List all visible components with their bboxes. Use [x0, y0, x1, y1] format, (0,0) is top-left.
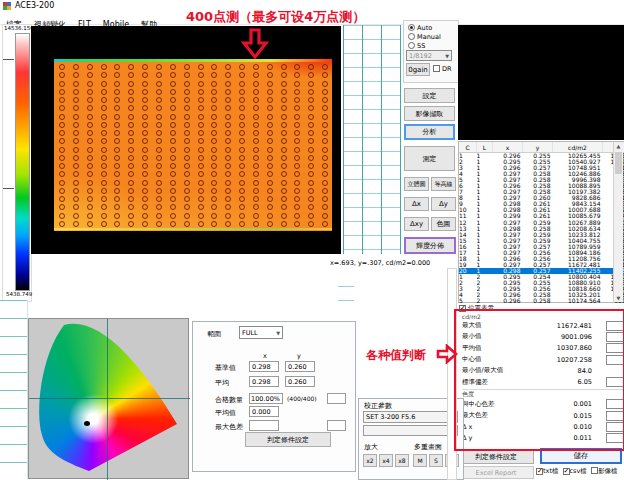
reference-label: 基準值 [215, 363, 236, 373]
measure-button[interactable]: 測定 [404, 146, 455, 171]
measurement-point [142, 72, 148, 78]
stat-label: 與中心色差 [462, 400, 534, 409]
dr-checkbox-box[interactable] [433, 65, 440, 72]
calibration-value-field: SET 3-200 F5.6 [363, 411, 458, 423]
measurement-point [294, 130, 300, 136]
zoom-x2-button[interactable]: x2 [363, 454, 377, 467]
measurement-point [87, 114, 93, 120]
measurement-table[interactable]: CLxycd/m2K110.2960.25510265.45510038210.… [458, 141, 624, 303]
delta-xy-button[interactable]: Δxy [404, 217, 429, 231]
measurement-point [101, 196, 107, 202]
measurement-point [294, 196, 300, 202]
measurement-point [239, 97, 245, 103]
camera-preview[interactable] [458, 25, 624, 140]
average-y-field[interactable]: 0.260 [285, 376, 315, 387]
pass-judge-box [327, 393, 346, 404]
radio-circle-icon[interactable] [408, 42, 415, 49]
reference-x-field[interactable]: 0.298 [249, 361, 279, 372]
measurement-point [156, 204, 162, 210]
analyze-button[interactable]: 分析 [404, 124, 455, 140]
measurement-point [59, 97, 65, 103]
shutter-select[interactable]: 1/8192▼ [406, 50, 452, 61]
save-check-csv檔[interactable]: csv檔 [563, 467, 589, 475]
measurement-point [101, 188, 107, 194]
radio-auto[interactable]: Auto [408, 24, 432, 32]
column-header-L[interactable]: L [477, 142, 493, 153]
measurement-point [128, 221, 134, 227]
measurement-point [267, 114, 273, 120]
save-button[interactable]: 儲存 [540, 448, 622, 464]
table-scrollbar[interactable]: ▲ ▼ [613, 142, 623, 302]
zoom-x4-button[interactable]: x4 [379, 454, 393, 467]
luminance-dist-button[interactable]: 輝度分佈 [404, 237, 456, 254]
measurement-point [156, 163, 162, 169]
measurement-point [198, 221, 204, 227]
colormap-button[interactable]: 色圖 [431, 217, 456, 231]
checkbox-icon[interactable] [536, 468, 543, 475]
measurement-point [211, 213, 217, 219]
average-x-field[interactable]: 0.298 [249, 376, 279, 387]
column-header-C[interactable]: C [459, 142, 477, 153]
stereo-view-button[interactable]: 立體圖 [404, 177, 429, 191]
dr-checkbox[interactable]: DR [433, 65, 452, 73]
measurement-point [239, 180, 245, 186]
settings-button[interactable]: 設定 [404, 88, 455, 103]
excel-report-button[interactable]: Excel Report [458, 466, 534, 479]
contour-button[interactable]: 等高線 [431, 177, 456, 191]
range-judge-condition-button[interactable]: 判定條件設定 [245, 432, 331, 447]
gain-button[interactable]: 0gain [406, 63, 430, 76]
stat-judge-box [606, 343, 624, 353]
radio-manual[interactable]: Manual [408, 33, 441, 41]
stat-label: Δ x [462, 423, 534, 431]
heatmap-viewport[interactable] [31, 26, 341, 254]
measurement-point [184, 155, 190, 161]
measurement-point [114, 72, 120, 78]
measurement-point [101, 114, 107, 120]
stat-row-最大值: 最大值11672.481 [458, 320, 624, 331]
measurement-point [128, 163, 134, 169]
measurement-point [239, 138, 245, 144]
scroll-up-icon[interactable]: ▲ [614, 143, 623, 149]
column-header-cd/m2[interactable]: cd/m2 [553, 142, 603, 153]
measurement-point [142, 122, 148, 128]
measurement-point [198, 114, 204, 120]
cie-chromaticity-panel[interactable] [28, 318, 189, 479]
position-checkbox-box[interactable] [459, 305, 466, 312]
measurement-point [225, 188, 231, 194]
checkbox-icon[interactable] [591, 467, 598, 474]
save-check-txt檔[interactable]: txt檔 [536, 467, 561, 475]
measurement-point [170, 138, 176, 144]
delta-y-button[interactable]: Δy [431, 197, 456, 211]
zoom-x8-button[interactable]: x8 [395, 454, 409, 467]
radio-circle-icon[interactable] [408, 24, 415, 31]
save-check-影像檔[interactable]: 影像檔 [591, 467, 618, 475]
scroll-down-icon[interactable]: ▼ [614, 295, 623, 301]
measurement-point [59, 213, 65, 219]
measured-white-point-marker [84, 421, 90, 426]
multiview-m-button[interactable]: M [413, 454, 427, 467]
measurement-point [170, 196, 176, 202]
range-select[interactable]: FULL▼ [239, 326, 283, 339]
measurement-point [87, 155, 93, 161]
luminance-colorbar [15, 33, 30, 291]
delta-x-button[interactable]: Δx [404, 197, 429, 211]
multiview-s-button[interactable]: S [429, 454, 443, 467]
stat-value: 0.011 [534, 434, 592, 442]
column-header-y[interactable]: y [523, 142, 553, 153]
checkbox-icon[interactable] [563, 468, 570, 475]
calibration-value2-field [363, 425, 458, 436]
luminance-heatmap[interactable] [54, 59, 332, 231]
measurement-table-grid[interactable]: CLxycd/m2K110.2960.25510265.45510038210.… [459, 142, 624, 304]
reference-y-field[interactable]: 0.260 [285, 361, 315, 372]
measurement-point [59, 138, 65, 144]
judge-condition-button[interactable]: 判定條件設定 [458, 450, 534, 464]
radio-ss[interactable]: SS [408, 42, 425, 50]
annotation-right-arrow-icon [436, 344, 458, 364]
measurement-point [73, 204, 79, 210]
radio-circle-icon[interactable] [408, 33, 415, 40]
measurement-point [308, 105, 314, 111]
scrollbar-thumb[interactable] [615, 152, 622, 174]
measurement-point [128, 122, 134, 128]
column-header-x[interactable]: x [493, 142, 523, 153]
capture-button[interactable]: 影像擷取 [404, 106, 455, 121]
